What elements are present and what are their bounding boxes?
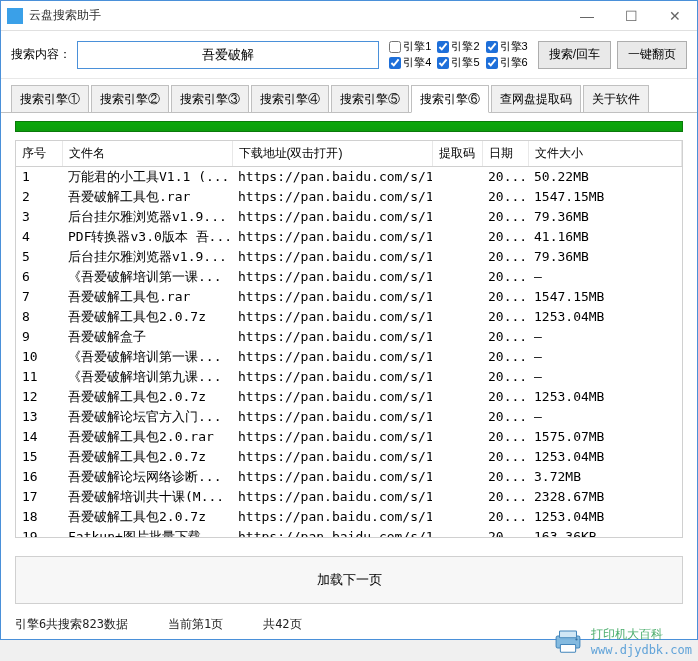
cell-size: —	[528, 327, 682, 347]
load-more-button[interactable]: 加载下一页	[15, 556, 683, 604]
cell-code	[432, 527, 482, 538]
col-code[interactable]: 提取码	[432, 141, 482, 167]
printer-icon	[551, 629, 585, 655]
table-row[interactable]: 2吾爱破解工具包.rarhttps://pan.baidu.com/s/1P..…	[16, 187, 682, 207]
cell-url: https://pan.baidu.com/s/15...	[232, 487, 432, 507]
tab-4[interactable]: 搜索引擎⑤	[331, 85, 409, 112]
engine-check-3[interactable]: 引擎3	[486, 39, 528, 54]
cell-date: 20...	[482, 287, 528, 307]
table-row[interactable]: 5后台挂尔雅浏览器v1.9...https://pan.baidu.com/s/…	[16, 247, 682, 267]
search-input[interactable]	[77, 41, 379, 69]
maximize-button[interactable]: ☐	[609, 1, 653, 31]
tab-3[interactable]: 搜索引擎④	[251, 85, 329, 112]
engine-checkbox-6[interactable]	[486, 57, 498, 69]
tab-6[interactable]: 查网盘提取码	[491, 85, 581, 112]
table-row[interactable]: 3后台挂尔雅浏览器v1.9...https://pan.baidu.com/s/…	[16, 207, 682, 227]
tab-1[interactable]: 搜索引擎②	[91, 85, 169, 112]
cell-code	[432, 267, 482, 287]
col-url[interactable]: 下载地址(双击打开)	[232, 141, 432, 167]
cell-size: 1575.07MB	[528, 427, 682, 447]
cell-seq: 6	[16, 267, 62, 287]
engine-check-5[interactable]: 引擎5	[437, 55, 479, 70]
cell-size: 163.36KB	[528, 527, 682, 538]
cell-code	[432, 487, 482, 507]
cell-url: https://pan.baidu.com/s/1P...	[232, 187, 432, 207]
engine-checkbox-1[interactable]	[389, 41, 401, 53]
table-row[interactable]: 12吾爱破解工具包2.0.7zhttps://pan.baidu.com/s/1…	[16, 387, 682, 407]
cell-size: 1253.04MB	[528, 307, 682, 327]
cell-date: 20...	[482, 367, 528, 387]
engine-checkbox-2[interactable]	[437, 41, 449, 53]
col-seq[interactable]: 序号	[16, 141, 62, 167]
cell-url: https://pan.baidu.com/s/13...	[232, 527, 432, 538]
engine-checkbox-4[interactable]	[389, 57, 401, 69]
tab-7[interactable]: 关于软件	[583, 85, 649, 112]
cell-seq: 13	[16, 407, 62, 427]
table-row[interactable]: 8吾爱破解工具包2.0.7zhttps://pan.baidu.com/s/1T…	[16, 307, 682, 327]
search-button[interactable]: 搜索/回车	[538, 41, 611, 69]
table-row[interactable]: 9吾爱破解盒子https://pan.baidu.com/s/1f...20..…	[16, 327, 682, 347]
cell-date: 20...	[482, 527, 528, 538]
cell-name: 吾爱破解培训共十课(M...	[62, 487, 232, 507]
engine-check-2[interactable]: 引擎2	[437, 39, 479, 54]
col-date[interactable]: 日期	[482, 141, 528, 167]
tab-5[interactable]: 搜索引擎⑥	[411, 85, 489, 113]
col-name[interactable]: 文件名	[62, 141, 232, 167]
tab-2[interactable]: 搜索引擎③	[171, 85, 249, 112]
cell-date: 20...	[482, 327, 528, 347]
table-row[interactable]: 16吾爱破解论坛网络诊断...https://pan.baidu.com/s/1…	[16, 467, 682, 487]
status-pages: 共42页	[263, 616, 301, 633]
table-row[interactable]: 19Fatkun+图片批量下载...https://pan.baidu.com/…	[16, 527, 682, 538]
close-button[interactable]: ✕	[653, 1, 697, 31]
cell-name: 吾爱破解工具包.rar	[62, 187, 232, 207]
table-row[interactable]: 4PDF转换器v3.0版本 吾...https://pan.baidu.com/…	[16, 227, 682, 247]
svg-point-3	[575, 638, 577, 640]
table-row[interactable]: 6《吾爱破解培训第一课...https://pan.baidu.com/s/14…	[16, 267, 682, 287]
table-row[interactable]: 18吾爱破解工具包2.0.7zhttps://pan.baidu.com/s/1…	[16, 507, 682, 527]
table-row[interactable]: 14吾爱破解工具包2.0.rarhttps://pan.baidu.com/s/…	[16, 427, 682, 447]
window-title: 云盘搜索助手	[29, 7, 565, 24]
table-row[interactable]: 15吾爱破解工具包2.0.7zhttps://pan.baidu.com/s/1…	[16, 447, 682, 467]
cell-url: https://pan.baidu.com/s/1C...	[232, 447, 432, 467]
minimize-button[interactable]: —	[565, 1, 609, 31]
cell-name: 吾爱破解盒子	[62, 327, 232, 347]
cell-url: https://pan.baidu.com/s/17...	[232, 347, 432, 367]
cell-size: 79.36MB	[528, 207, 682, 227]
table-row[interactable]: 7吾爱破解工具包.rarhttps://pan.baidu.com/s/1m..…	[16, 287, 682, 307]
cell-date: 20...	[482, 227, 528, 247]
status-page: 当前第1页	[168, 616, 223, 633]
table-row[interactable]: 17吾爱破解培训共十课(M...https://pan.baidu.com/s/…	[16, 487, 682, 507]
table-row[interactable]: 1万能君的小工具V1.1 (...https://pan.baidu.com/s…	[16, 167, 682, 188]
cell-url: https://pan.baidu.com/s/1m...	[232, 287, 432, 307]
cell-name: 万能君的小工具V1.1 (...	[62, 167, 232, 188]
cell-name: 后台挂尔雅浏览器v1.9...	[62, 207, 232, 227]
cell-code	[432, 307, 482, 327]
table-row[interactable]: 13吾爱破解论坛官方入门...https://pan.baidu.com/s/1…	[16, 407, 682, 427]
engine-check-6[interactable]: 引擎6	[486, 55, 528, 70]
cell-size: 2328.67MB	[528, 487, 682, 507]
cell-seq: 10	[16, 347, 62, 367]
app-icon	[7, 8, 23, 24]
cell-url: https://pan.baidu.com/s/17...	[232, 407, 432, 427]
cell-date: 20...	[482, 267, 528, 287]
cell-code	[432, 227, 482, 247]
engine-checkbox-3[interactable]	[486, 41, 498, 53]
engine-check-1[interactable]: 引擎1	[389, 39, 431, 54]
cell-name: Fatkun+图片批量下载...	[62, 527, 232, 538]
cell-code	[432, 207, 482, 227]
cell-code	[432, 427, 482, 447]
engine-label: 引擎3	[500, 39, 528, 54]
page-button[interactable]: 一键翻页	[617, 41, 687, 69]
table-row[interactable]: 11《吾爱破解培训第九课...https://pan.baidu.com/s/1…	[16, 367, 682, 387]
table-row[interactable]: 10《吾爱破解培训第一课...https://pan.baidu.com/s/1…	[16, 347, 682, 367]
col-size[interactable]: 文件大小	[528, 141, 682, 167]
cell-code	[432, 367, 482, 387]
cell-name: 吾爱破解工具包2.0.7z	[62, 447, 232, 467]
tab-0[interactable]: 搜索引擎①	[11, 85, 89, 112]
engine-checkbox-5[interactable]	[437, 57, 449, 69]
engine-check-4[interactable]: 引擎4	[389, 55, 431, 70]
cell-name: 吾爱破解论坛官方入门...	[62, 407, 232, 427]
cell-name: PDF转换器v3.0版本 吾...	[62, 227, 232, 247]
results-table: 序号 文件名 下载地址(双击打开) 提取码 日期 文件大小 1万能君的小工具V1…	[15, 140, 683, 538]
cell-size: —	[528, 367, 682, 387]
